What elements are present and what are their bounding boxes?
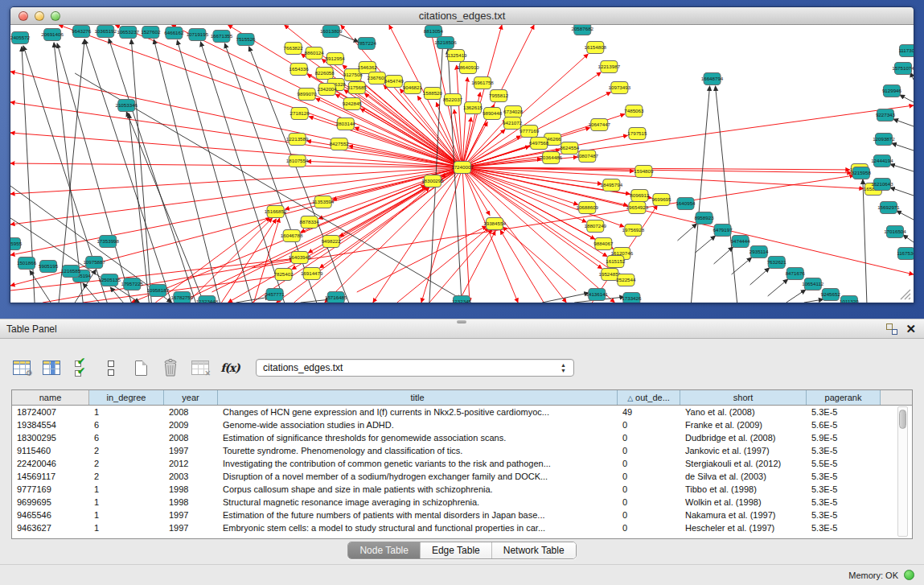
- table-cell[interactable]: 5.3E-5: [807, 521, 881, 534]
- graph-node[interactable]: 9227343: [876, 109, 896, 122]
- graph-edge[interactable]: [462, 167, 624, 227]
- graph-node[interactable]: 7515526: [236, 34, 256, 46]
- table-cell[interactable]: 0: [618, 483, 680, 496]
- graph-node[interactable]: 16154808: [585, 42, 607, 54]
- table-cell[interactable]: Dudbridge et al. (2008): [680, 431, 807, 444]
- graph-node[interactable]: 5905195: [39, 261, 59, 273]
- graph-node[interactable]: 7857224: [357, 38, 377, 50]
- graph-edge[interactable]: [890, 164, 914, 171]
- graph-node[interactable]: 15716485: [325, 292, 347, 303]
- table-cell[interactable]: 1: [89, 509, 164, 521]
- graph-node[interactable]: 8096912: [630, 190, 650, 202]
- table-cell[interactable]: de Silva et al. (2003): [680, 470, 807, 483]
- graph-node[interactable]: 15692971: [877, 202, 900, 214]
- table-cell[interactable]: 1998: [164, 496, 218, 509]
- graph-node[interactable]: 15751074: [892, 63, 914, 75]
- graph-node[interactable]: 17957225: [121, 278, 143, 290]
- table-row[interactable]: 1830029562008Estimation of significance …: [12, 431, 912, 444]
- graph-edge[interactable]: [131, 39, 151, 303]
- table-cell[interactable]: 0: [618, 521, 680, 534]
- graph-edge[interactable]: [109, 39, 195, 303]
- column-header-pagerank[interactable]: pagerank: [807, 390, 881, 405]
- graph-edge[interactable]: [804, 299, 823, 303]
- table-cell[interactable]: 2: [89, 470, 164, 483]
- graph-edge[interactable]: [373, 167, 462, 303]
- graph-node[interactable]: 7632621: [767, 257, 787, 269]
- graph-node[interactable]: 16671355: [211, 31, 233, 43]
- graph-edge[interactable]: [716, 86, 737, 303]
- graph-node[interactable]: 14136141: [586, 289, 609, 301]
- minimize-button[interactable]: [35, 11, 44, 21]
- graph-nodes[interactable]: 1724000776638228860124591295482260588186…: [10, 25, 914, 303]
- network-canvas[interactable]: 1724000776638228860124591295482260588186…: [10, 25, 914, 303]
- graph-node[interactable]: 9242845: [343, 98, 363, 110]
- graph-node[interactable]: 20691406: [41, 29, 64, 41]
- table-cell[interactable]: 2: [89, 444, 164, 457]
- graph-node[interactable]: 8522037: [443, 94, 463, 106]
- graph-node[interactable]: 12444194: [871, 155, 893, 167]
- table-cell[interactable]: 2008: [164, 406, 218, 418]
- graph-node[interactable]: 16961758: [471, 77, 494, 89]
- graph-node[interactable]: 1232345: [452, 296, 472, 303]
- table-cell[interactable]: Wolkin et al. (1998): [680, 496, 807, 509]
- tab-node-table[interactable]: Node Table: [348, 542, 421, 558]
- graph-node[interactable]: 10654112: [802, 278, 824, 290]
- graph-edge[interactable]: [126, 112, 203, 303]
- network-window-titlebar[interactable]: citations_edges.txt: [10, 7, 914, 25]
- graph-node[interactable]: 3175685: [347, 82, 368, 94]
- graph-node[interactable]: 12093872: [873, 134, 895, 146]
- table-cell[interactable]: Hescheler et al. (1997): [680, 521, 807, 534]
- table-row[interactable]: 2242004622012Investigating the contribut…: [12, 457, 912, 470]
- graph-node[interactable]: 16210643: [871, 179, 893, 191]
- graph-node[interactable]: 10365192: [94, 26, 117, 38]
- graph-node[interactable]: 7663822: [284, 43, 304, 55]
- splitter-handle[interactable]: [457, 320, 466, 323]
- graph-node[interactable]: 5912954: [326, 53, 346, 65]
- graph-edge[interactable]: [332, 167, 462, 200]
- table-cell[interactable]: 0: [618, 509, 680, 521]
- table-cell[interactable]: 1: [89, 496, 164, 509]
- graph-node[interactable]: 6497568: [529, 138, 549, 150]
- graph-node[interactable]: 1527602: [141, 27, 161, 39]
- table-cell[interactable]: 0: [618, 457, 680, 470]
- delete-table-icon[interactable]: ✕: [190, 357, 211, 378]
- table-cell[interactable]: 6: [89, 418, 164, 431]
- table-cell[interactable]: 2009: [164, 418, 218, 431]
- graph-edge[interactable]: [903, 235, 914, 242]
- graph-node[interactable]: 9884067: [593, 238, 614, 250]
- zoom-button[interactable]: [51, 11, 60, 21]
- graph-node[interactable]: 2065955: [10, 238, 23, 250]
- graph-node[interactable]: 19654923: [626, 202, 649, 214]
- graph-node[interactable]: 2405572: [10, 32, 31, 44]
- graph-edge[interactable]: [10, 186, 171, 303]
- tab-network-table[interactable]: Network Table: [492, 542, 576, 558]
- graph-node[interactable]: 6466162: [164, 27, 184, 39]
- table-cell[interactable]: 6: [89, 431, 164, 444]
- table-cell[interactable]: Disruption of a novel member of a sodium…: [218, 470, 618, 483]
- graph-node[interactable]: 16013809: [320, 26, 343, 38]
- graph-node[interactable]: 2935114: [749, 246, 769, 258]
- table-cell[interactable]: 9465546: [12, 509, 89, 521]
- graph-node[interactable]: 9046821: [403, 82, 423, 94]
- table-cell[interactable]: 2008: [164, 431, 218, 444]
- table-cell[interactable]: Jankovic et al. (1997): [680, 444, 807, 457]
- graph-edge[interactable]: [10, 133, 462, 167]
- table-cell[interactable]: 2012: [164, 457, 218, 470]
- table-cell[interactable]: 49: [618, 406, 680, 418]
- graph-node[interactable]: 7485063: [624, 105, 644, 117]
- graph-edge[interactable]: [768, 279, 788, 296]
- graph-edge[interactable]: [890, 187, 914, 196]
- graph-edge[interactable]: [10, 163, 462, 167]
- table-cell[interactable]: Estimation of significance thresholds fo…: [218, 431, 618, 444]
- graph-node[interactable]: 9890448: [483, 108, 503, 120]
- graph-edge[interactable]: [200, 42, 284, 303]
- table-cell[interactable]: 0: [618, 496, 680, 509]
- table-cell[interactable]: Estimation of the future numbers of pati…: [218, 509, 618, 521]
- graph-edge[interactable]: [750, 268, 770, 285]
- graph-edge[interactable]: [897, 211, 914, 220]
- table-select-dropdown[interactable]: citations_edges.txt ▲▼: [256, 359, 574, 377]
- table-cell[interactable]: 9115460: [12, 444, 89, 457]
- graph-edge[interactable]: [786, 290, 806, 303]
- graph-node[interactable]: 17353998: [97, 236, 119, 248]
- table-cell[interactable]: Nakamura et al. (1997): [680, 509, 807, 521]
